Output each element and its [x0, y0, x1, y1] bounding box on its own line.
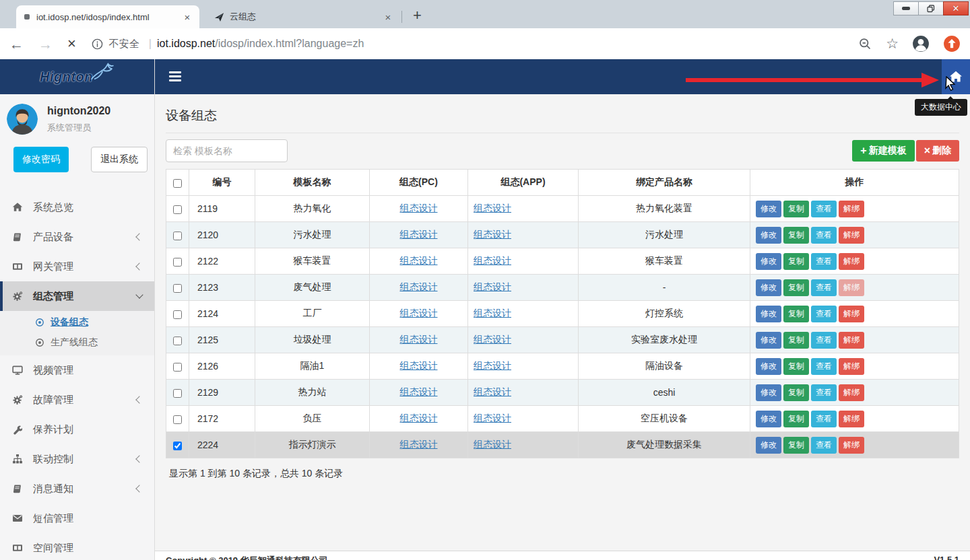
app-config-link[interactable]: 组态设计 — [474, 255, 511, 266]
app-config-link[interactable]: 组态设计 — [474, 229, 511, 240]
app-config-link[interactable]: 组态设计 — [474, 439, 511, 450]
window-close-button[interactable]: ✕ — [943, 1, 969, 15]
sidebar-subitem[interactable]: 设备组态 — [0, 312, 154, 332]
pc-config-link[interactable]: 组态设计 — [400, 360, 438, 371]
action-view-button[interactable]: 查看 — [811, 411, 837, 427]
sidebar-item[interactable]: 组态管理 — [0, 281, 154, 311]
sidebar-item[interactable]: 联动控制 — [0, 444, 154, 474]
sidebar-subitem[interactable]: 生产线组态 — [0, 332, 154, 353]
action-copy-button[interactable]: 复制 — [783, 411, 809, 427]
action-modify-button[interactable]: 修改 — [756, 437, 781, 454]
app-config-link[interactable]: 组态设计 — [474, 334, 511, 345]
new-tab-button[interactable]: + — [409, 7, 426, 24]
pc-config-link[interactable]: 组态设计 — [400, 281, 438, 292]
action-unbind-button[interactable]: 解绑 — [839, 279, 864, 296]
app-config-link[interactable]: 组态设计 — [474, 386, 511, 397]
action-modify-button[interactable]: 修改 — [756, 306, 781, 322]
window-restore-button[interactable] — [918, 1, 944, 15]
action-view-button[interactable]: 查看 — [811, 332, 837, 349]
action-view-button[interactable]: 查看 — [811, 437, 837, 454]
pc-config-link[interactable]: 组态设计 — [400, 439, 438, 450]
new-template-button[interactable]: +新建模板 — [852, 140, 914, 162]
row-checkbox[interactable] — [173, 389, 182, 398]
browser-tab-active[interactable]: iot.idosp.net/idosp/index.html × — [16, 5, 199, 28]
row-checkbox[interactable] — [173, 442, 182, 450]
sidebar-item[interactable]: 空间管理 — [0, 533, 154, 560]
change-password-button[interactable]: 修改密码 — [13, 147, 69, 172]
action-copy-button[interactable]: 复制 — [783, 253, 809, 270]
action-copy-button[interactable]: 复制 — [783, 279, 809, 296]
action-copy-button[interactable]: 复制 — [783, 437, 809, 454]
pc-config-link[interactable]: 组态设计 — [400, 386, 438, 397]
action-unbind-button[interactable]: 解绑 — [839, 358, 864, 375]
browser-profile-avatar[interactable] — [912, 35, 930, 53]
pc-config-link[interactable]: 组态设计 — [400, 334, 438, 345]
app-config-link[interactable]: 组态设计 — [474, 413, 511, 423]
action-view-button[interactable]: 查看 — [811, 201, 837, 217]
action-copy-button[interactable]: 复制 — [783, 384, 809, 401]
action-view-button[interactable]: 查看 — [811, 384, 837, 401]
sidebar-item[interactable]: 视频管理 — [0, 355, 154, 385]
action-view-button[interactable]: 查看 — [811, 253, 837, 270]
browser-tab-inactive[interactable]: 云组态 × — [206, 5, 400, 28]
action-copy-button[interactable]: 复制 — [783, 332, 809, 349]
tab-close-icon[interactable]: × — [182, 11, 193, 23]
sidebar-item[interactable]: 系统总览 — [0, 193, 154, 222]
action-modify-button[interactable]: 修改 — [756, 253, 781, 270]
action-copy-button[interactable]: 复制 — [783, 306, 809, 322]
action-copy-button[interactable]: 复制 — [783, 358, 809, 375]
row-checkbox[interactable] — [173, 284, 182, 293]
bookmark-star-icon[interactable]: ☆ — [886, 36, 899, 52]
address-bar[interactable]: 不安全 | iot.idosp.net/idosp/index.html?lan… — [91, 38, 845, 50]
sidebar-item[interactable]: 消息通知 — [0, 474, 154, 503]
action-unbind-button[interactable]: 解绑 — [839, 227, 864, 244]
row-checkbox[interactable] — [173, 310, 182, 319]
row-checkbox[interactable] — [173, 205, 182, 214]
hamburger-menu-icon[interactable] — [169, 71, 181, 81]
app-config-link[interactable]: 组态设计 — [474, 360, 511, 371]
action-modify-button[interactable]: 修改 — [756, 358, 781, 375]
action-unbind-button[interactable]: 解绑 — [839, 384, 864, 401]
action-view-button[interactable]: 查看 — [811, 358, 837, 375]
action-unbind-button[interactable]: 解绑 — [839, 437, 864, 454]
browser-update-button[interactable] — [943, 35, 961, 53]
app-config-link[interactable]: 组态设计 — [474, 281, 511, 292]
pc-config-link[interactable]: 组态设计 — [400, 413, 438, 423]
action-unbind-button[interactable]: 解绑 — [839, 201, 864, 217]
pc-config-link[interactable]: 组态设计 — [400, 255, 438, 266]
stop-loading-button[interactable]: × — [67, 36, 76, 51]
logout-button[interactable]: 退出系统 — [91, 147, 148, 172]
sidebar-item[interactable]: 短信管理 — [0, 503, 154, 533]
action-modify-button[interactable]: 修改 — [756, 201, 781, 217]
action-unbind-button[interactable]: 解绑 — [839, 411, 864, 427]
row-checkbox[interactable] — [173, 415, 182, 424]
action-modify-button[interactable]: 修改 — [756, 411, 781, 427]
delete-button[interactable]: ×删除 — [916, 140, 959, 162]
action-modify-button[interactable]: 修改 — [756, 332, 781, 349]
action-unbind-button[interactable]: 解绑 — [839, 253, 864, 270]
search-input[interactable] — [166, 139, 288, 162]
row-checkbox[interactable] — [173, 363, 182, 372]
action-copy-button[interactable]: 复制 — [783, 201, 809, 217]
app-config-link[interactable]: 组态设计 — [474, 203, 511, 213]
forward-button[interactable]: → — [38, 37, 53, 51]
action-modify-button[interactable]: 修改 — [756, 279, 781, 296]
app-config-link[interactable]: 组态设计 — [474, 308, 511, 318]
action-view-button[interactable]: 查看 — [811, 227, 837, 244]
action-view-button[interactable]: 查看 — [811, 306, 837, 322]
back-button[interactable]: ← — [9, 37, 24, 51]
sidebar-item[interactable]: 网关管理 — [0, 252, 154, 281]
sidebar-item[interactable]: 故障管理 — [0, 385, 154, 415]
pc-config-link[interactable]: 组态设计 — [400, 203, 438, 213]
action-copy-button[interactable]: 复制 — [783, 227, 809, 244]
row-checkbox[interactable] — [173, 258, 182, 267]
row-checkbox[interactable] — [173, 232, 182, 240]
row-checkbox[interactable] — [173, 337, 182, 345]
action-unbind-button[interactable]: 解绑 — [839, 332, 864, 349]
action-view-button[interactable]: 查看 — [811, 279, 837, 296]
window-minimize-button[interactable] — [893, 1, 919, 15]
pc-config-link[interactable]: 组态设计 — [400, 229, 438, 240]
select-all-checkbox[interactable] — [173, 179, 182, 188]
action-unbind-button[interactable]: 解绑 — [839, 306, 864, 322]
pc-config-link[interactable]: 组态设计 — [400, 308, 438, 318]
